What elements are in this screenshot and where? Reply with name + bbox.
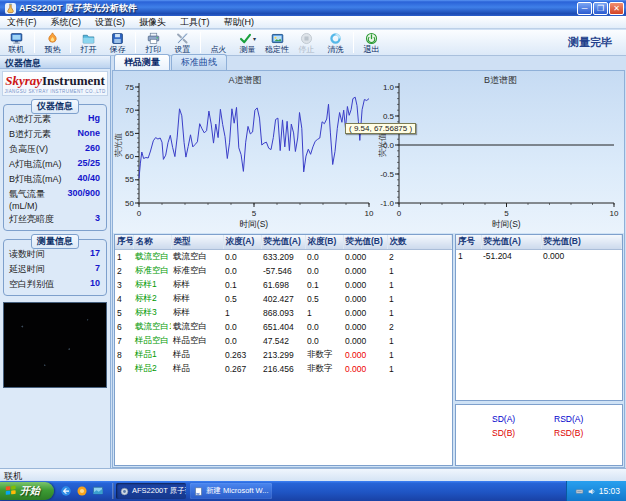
table-cell: 样品空白 [133, 334, 171, 348]
instrument-field-5: 氩气流量(mL/M)300/900 [4, 187, 106, 212]
toolbar-button-sphere[interactable]: 点火 [204, 30, 233, 55]
table-row[interactable]: 6载流空白1载流空白0.0651.4040.00.0002 [115, 320, 452, 334]
app-window: AFS2200T 原子荧光分析软件 ─ ❐ ✕ 文件(F)系统(C)设置(S)摄… [0, 0, 626, 501]
table-cell: 标样1 [133, 278, 171, 292]
table-cell: 1 [115, 250, 133, 265]
table-cell: 标样3 [133, 306, 171, 320]
toolbar-button-flame[interactable]: 预热 [38, 30, 67, 55]
sd-b-label: SD(B) [492, 428, 554, 438]
messenger-icon[interactable] [76, 485, 88, 497]
content-panel: 5055606570750510时间(S)荧光值 A道谱图 -1.0-0.50.… [112, 70, 625, 468]
svg-text:-1.0: -1.0 [380, 199, 394, 208]
table-cell: 1 [387, 334, 452, 348]
table-cell: 0.0 [223, 250, 261, 265]
toolbar-button-tools[interactable]: 设置 [168, 30, 197, 55]
measurement-status-text: 测量完毕 [568, 35, 612, 50]
toolbar-button-floppy[interactable]: 保存 [103, 30, 132, 55]
app-window-icon [120, 487, 129, 496]
menu-item-0[interactable]: 文件(F) [0, 16, 44, 29]
table-cell: 3 [115, 278, 133, 292]
minimize-button[interactable]: ─ [577, 2, 592, 15]
table-cell: 5 [115, 306, 133, 320]
table-cell: 213.299 [261, 348, 305, 362]
image-icon [271, 32, 284, 45]
menu-item-1[interactable]: 系统(C) [44, 16, 89, 29]
table-cell: 非数字 [305, 362, 343, 376]
toolbar-separator [135, 32, 136, 53]
toolbar-button-printer[interactable]: 打印 [139, 30, 168, 55]
start-button[interactable]: 开始 [0, 482, 54, 500]
result-table-row[interactable]: 1-51.2040.000 [456, 250, 622, 263]
chart-b-spectrum[interactable]: -1.0-0.50.00.51.00510时间(S)荧光值 B道谱图 [377, 71, 624, 233]
chart-b-plot[interactable]: -1.0-0.50.00.51.00510时间(S)荧光值 [377, 71, 624, 233]
table-row[interactable]: 9样品2样品0.267216.456非数字0.0001 [115, 362, 452, 376]
table-row[interactable]: 8样品1样品0.263213.299非数字0.0001 [115, 348, 452, 362]
menu-item-3[interactable]: 摄像头 [132, 16, 173, 29]
show-desktop-icon[interactable] [92, 485, 104, 497]
table-cell: 0.267 [223, 362, 261, 376]
flame-icon [46, 32, 59, 45]
table-row[interactable]: 5标样3标样1868.09310.0001 [115, 306, 452, 320]
toolbar: 联机预热打开保存打印设置点火▾测量稳定性停止清洗退出测量完毕 [0, 30, 626, 56]
chart-a-spectrum[interactable]: 5055606570750510时间(S)荧光值 A道谱图 [113, 71, 377, 233]
menu-item-4[interactable]: 工具(T) [173, 16, 217, 29]
table-cell: 402.427 [261, 292, 305, 306]
status-bar: 联机 [0, 468, 626, 481]
table-cell: 0.0 [305, 250, 343, 265]
sample-table-header-7: 次数 [387, 235, 452, 250]
task-button-0[interactable]: AFS2200T 原子荧光 [116, 483, 186, 499]
toolbar-button-label: 预热 [45, 45, 61, 54]
task-button-label: AFS2200T 原子荧光 [132, 486, 186, 496]
taskbar-clock[interactable]: 15:03 [599, 486, 620, 496]
sidebar-instrument-panel: 仪器信息 SkyrayInstrument JIANGSU SKYRAY INS… [0, 56, 111, 468]
table-cell: 1 [223, 306, 261, 320]
table-row[interactable]: 1载流空白载流空白0.0633.2090.00.0002 [115, 250, 452, 265]
table-cell: 2 [387, 250, 452, 265]
maximize-button[interactable]: ❐ [593, 2, 608, 15]
tab-standard-curve[interactable]: 标准曲线 [171, 54, 227, 70]
field-value: 7 [95, 263, 100, 276]
dropdown-arrow-icon[interactable]: ▾ [253, 35, 256, 42]
tray-device-icon[interactable] [575, 487, 584, 496]
toolbar-button-check[interactable]: ▾测量 [233, 30, 262, 55]
toolbar-button-folder[interactable]: 打开 [74, 30, 103, 55]
toolbar-button-label: 清洗 [328, 45, 344, 54]
menu-item-2[interactable]: 设置(S) [88, 16, 132, 29]
sphere-icon [212, 32, 225, 45]
table-cell: 0.000 [343, 292, 387, 306]
brand-logo: SkyrayInstrument JIANGSU SKYRAY INSTRUME… [2, 71, 108, 96]
menu-item-5[interactable]: 帮助(H) [217, 16, 262, 29]
table-cell: 样品 [171, 362, 223, 376]
toolbar-button-monitor[interactable]: 联机 [2, 30, 31, 55]
chart-a-plot[interactable]: 5055606570750510时间(S)荧光值 [113, 71, 377, 233]
toolbar-button-ring[interactable]: 清洗 [321, 30, 350, 55]
system-tray: 15:03 [566, 481, 626, 501]
table-cell: 标样 [171, 292, 223, 306]
field-value: 40/40 [77, 173, 100, 186]
sample-table-panel: 序号名称类型浓度(A)荧光值(A)浓度(B)荧光值(B)次数 1载流空白载流空白… [114, 234, 453, 466]
table-row[interactable]: 3标样1标样0.161.6980.10.0001 [115, 278, 452, 292]
tray-volume-icon[interactable] [587, 487, 596, 496]
table-row[interactable]: 7样品空白样品空白0.047.5420.00.0001 [115, 334, 452, 348]
close-button[interactable]: ✕ [609, 2, 624, 15]
table-cell: 0.0 [223, 334, 261, 348]
table-cell: 非数字 [305, 348, 343, 362]
tab-sample-measure[interactable]: 样品测量 [114, 54, 170, 70]
table-cell: 载流空白1 [133, 320, 171, 334]
table-cell: 1 [456, 250, 481, 263]
toolbar-button-image[interactable]: 稳定性 [262, 30, 292, 55]
task-button-1[interactable]: 新建 Microsoft W... [190, 483, 272, 499]
task-button-label: 新建 Microsoft W... [206, 486, 269, 496]
table-row[interactable]: 2标准空白标准空白0.0-57.5460.00.0001 [115, 264, 452, 278]
right-column: 序号荧光值(A)荧光值(B) 1-51.2040.000 SD(A) RSD(A… [455, 234, 623, 466]
svg-text:55: 55 [125, 175, 134, 184]
table-cell: 0.000 [541, 250, 622, 263]
table-cell: 7 [115, 334, 133, 348]
field-label: B道灯元素 [9, 128, 51, 141]
table-cell: 样品空白 [171, 334, 223, 348]
table-cell: 0.1 [305, 278, 343, 292]
table-row[interactable]: 4标样2标样0.5402.4270.50.0001 [115, 292, 452, 306]
field-value: 25/25 [77, 158, 100, 171]
ie-icon[interactable] [60, 485, 72, 497]
toolbar-button-power[interactable]: 退出 [357, 30, 386, 55]
